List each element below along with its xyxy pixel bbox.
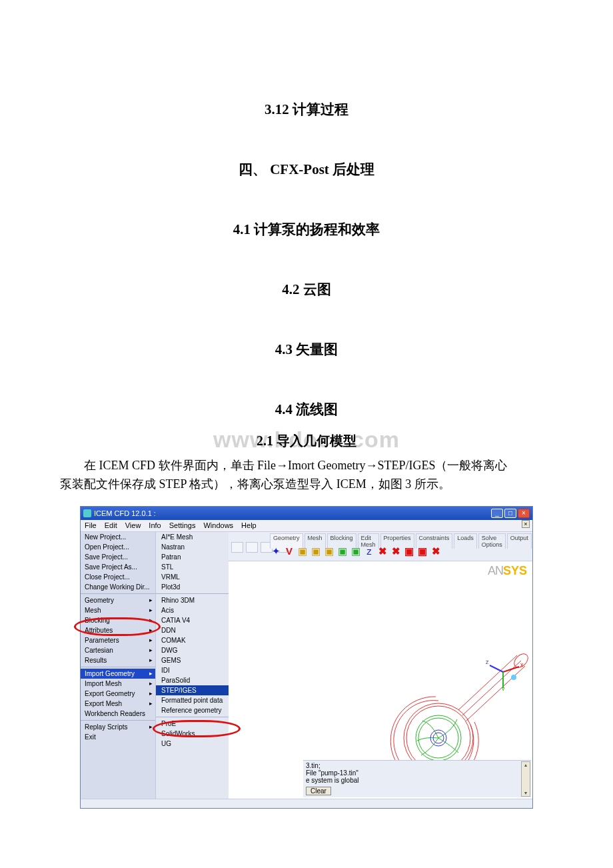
sub-separator-2 <box>156 717 229 717</box>
heading-4-4: 4.4 流线图 <box>0 400 613 419</box>
viewport[interactable]: ANSYS <box>229 561 532 748</box>
file-save-project[interactable]: Save Project... <box>81 552 155 562</box>
svg-line-10 <box>503 667 519 672</box>
file-parameters[interactable]: Parameters <box>81 635 155 645</box>
sub-parasolid[interactable]: ParaSolid <box>156 675 229 685</box>
file-save-project-as[interactable]: Save Project As... <box>81 562 155 572</box>
svg-text:x: x <box>520 661 523 668</box>
file-replay-scripts[interactable]: Replay Scripts <box>81 722 155 732</box>
body-icon[interactable]: ▣ <box>310 545 322 557</box>
undo-icon[interactable] <box>231 542 243 553</box>
point-icon[interactable]: ✦ <box>270 545 282 557</box>
sub-nastran[interactable]: Nastran <box>156 542 229 552</box>
menu-windows[interactable]: Windows <box>203 521 233 529</box>
file-open-project[interactable]: Open Project... <box>81 542 155 552</box>
menu-info[interactable]: Info <box>149 521 161 529</box>
surface-icon[interactable]: ▣ <box>297 545 308 557</box>
menu-view[interactable]: View <box>125 521 141 529</box>
mdi-close-button[interactable]: × <box>522 520 530 528</box>
file-mesh[interactable]: Mesh <box>81 605 155 615</box>
file-import-geometry[interactable]: Import Geometry <box>81 669 155 679</box>
menu-help[interactable]: Help <box>241 521 257 529</box>
tab-output[interactable]: Output <box>507 533 532 549</box>
menu-settings[interactable]: Settings <box>169 521 196 529</box>
sub-step-iges[interactable]: STEP/IGES <box>156 685 229 695</box>
sub-patran[interactable]: Patran <box>156 552 229 562</box>
window-title: ICEM CFD 12.0.1 : <box>94 509 156 517</box>
ansys-logo-suffix: SYS <box>503 564 527 577</box>
sub-aie-mesh[interactable]: AI*E Mesh <box>156 532 229 542</box>
file-exit[interactable]: Exit <box>81 732 155 742</box>
sub-solidworks[interactable]: SolidWorks <box>156 729 229 739</box>
toolbar: Geometry Mesh Blocking Edit Mesh Propert… <box>229 532 532 561</box>
svg-text:y: y <box>502 685 505 691</box>
sub-plot3d[interactable]: Plot3d <box>156 582 229 592</box>
heading-4-3: 4.3 矢量图 <box>0 340 613 359</box>
delete-icon[interactable]: ✖ <box>390 545 402 557</box>
tool-icon[interactable]: z <box>363 545 375 557</box>
file-results[interactable]: Results <box>81 655 155 665</box>
tool-icon[interactable]: ▣ <box>336 545 348 557</box>
delete-icon[interactable]: ✖ <box>376 545 388 557</box>
sub-reference-geometry[interactable]: Reference geometry <box>156 705 229 715</box>
paragraph-1: 在 ICEM CFD 软件界面内，单击 File→Imort Geometry→… <box>0 457 613 494</box>
delete-icon[interactable]: ▣ <box>416 545 428 557</box>
minimize-button[interactable]: _ <box>491 509 503 518</box>
file-export-mesh[interactable]: Export Mesh <box>81 699 155 709</box>
paragraph-1-line-2: 泵装配文件保存成 STEP 格式），将离心泵造型导入 ICEM，如图 3 所示。 <box>60 477 450 491</box>
tool-icon[interactable]: ▣ <box>350 545 362 557</box>
file-attributes[interactable]: Attributes <box>81 625 155 635</box>
message-scrollbar[interactable]: ▴▾ <box>521 761 530 797</box>
file-separator-2 <box>81 667 155 667</box>
import-geometry-submenu: AI*E Mesh Nastran Patran STL VRML Plot3d… <box>155 532 229 799</box>
file-cartesian[interactable]: Cartesian <box>81 645 155 655</box>
heading-3-12: 3.12 计算过程 <box>0 100 613 119</box>
sub-gems[interactable]: GEMS <box>156 655 229 665</box>
file-geometry[interactable]: Geometry <box>81 595 155 605</box>
sub-ug[interactable]: UG <box>156 739 229 749</box>
sub-idi[interactable]: IDI <box>156 665 229 675</box>
file-menu: New Project... Open Project... Save Proj… <box>81 532 155 799</box>
redo-icon[interactable] <box>246 542 258 553</box>
delete-icon[interactable]: ▣ <box>403 545 415 557</box>
ansys-logo-prefix: AN <box>488 564 503 577</box>
svg-text:z: z <box>486 659 489 665</box>
maximize-button[interactable]: □ <box>504 509 516 518</box>
tab-solve-options[interactable]: Solve Options <box>478 533 506 549</box>
menu-file[interactable]: File <box>85 521 97 529</box>
svg-line-12 <box>490 665 503 672</box>
sub-ddn[interactable]: DDN <box>156 625 229 635</box>
sub-rhino-3dm[interactable]: Rhino 3DM <box>156 595 229 605</box>
menubar: File Edit View Info Settings Windows Hel… <box>81 520 532 532</box>
file-import-mesh[interactable]: Import Mesh <box>81 679 155 689</box>
clear-button[interactable]: Clear <box>306 787 331 795</box>
heading-4-1: 4.1 计算泵的扬程和效率 <box>0 220 613 239</box>
sub-proe[interactable]: ProE <box>156 719 229 729</box>
svg-point-13 <box>511 675 516 680</box>
sub-catia-v4[interactable]: CATIA V4 <box>156 615 229 625</box>
sub-comak[interactable]: COMAK <box>156 635 229 645</box>
icem-screenshot: ICEM CFD 12.0.1 : _ □ × × File Edit View… <box>80 506 533 809</box>
sub-dwg[interactable]: DWG <box>156 645 229 655</box>
delete-icon[interactable]: ✖ <box>430 545 442 557</box>
message-line-1: 3.tin; <box>306 762 528 769</box>
sub-acis[interactable]: Acis <box>156 605 229 615</box>
ansys-logo: ANSYS <box>488 564 527 578</box>
close-button[interactable]: × <box>518 509 530 518</box>
axis-triad: x y z <box>483 651 523 691</box>
sub-stl[interactable]: STL <box>156 562 229 572</box>
file-export-geometry[interactable]: Export Geometry <box>81 689 155 699</box>
file-close-project[interactable]: Close Project... <box>81 572 155 582</box>
sub-formatted-point-data[interactable]: Formatted point data <box>156 695 229 705</box>
curve-icon[interactable]: V <box>283 545 295 557</box>
file-workbench-readers[interactable]: Workbench Readers <box>81 709 155 719</box>
sub-separator-1 <box>156 593 229 594</box>
tool-icon[interactable]: ▣ <box>323 545 335 557</box>
file-blocking[interactable]: Blocking <box>81 615 155 625</box>
heading-4: 四、 CFX-Post 后处理 <box>0 160 613 179</box>
file-new-project[interactable]: New Project... <box>81 532 155 542</box>
menu-edit[interactable]: Edit <box>105 521 117 529</box>
file-change-working-dir[interactable]: Change Working Dir... <box>81 582 155 592</box>
sub-vrml[interactable]: VRML <box>156 572 229 582</box>
tab-loads[interactable]: Loads <box>454 533 477 549</box>
